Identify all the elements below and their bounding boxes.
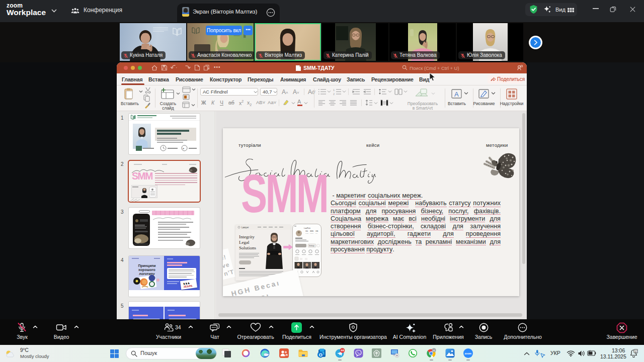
svg-text:17: 17: [635, 350, 638, 353]
svg-text:A: A: [454, 90, 459, 98]
svg-text:Integrity: Integrity: [239, 234, 255, 239]
svg-text:3696: 3696: [310, 230, 313, 232]
svg-text:ЗЕБРА: ЗЕБРА: [183, 284, 193, 288]
svg-text:44: 44: [341, 349, 344, 352]
svg-text:O: O: [319, 352, 323, 357]
svg-text:Legal: Legal: [239, 240, 250, 245]
svg-text:Solutions: Solutions: [239, 245, 257, 250]
svg-text:Settings: Settings: [309, 245, 314, 247]
svg-text:▸: ▸: [183, 147, 185, 150]
svg-text:Foll: Foll: [315, 233, 317, 234]
svg-text:LawFirm: LawFirm: [304, 227, 310, 229]
svg-text:110: 110: [305, 230, 308, 232]
svg-text:Posts: Posts: [305, 233, 309, 234]
svg-text:Follow: Follow: [310, 233, 313, 234]
svg-text:Lawyer: Lawyer: [242, 226, 249, 229]
svg-text:H: H: [433, 349, 435, 352]
svg-text:136: 136: [315, 230, 318, 232]
svg-text:1: 1: [333, 88, 335, 92]
svg-text:2: 2: [333, 93, 335, 95]
svg-text:zoom: zoom: [464, 352, 471, 355]
